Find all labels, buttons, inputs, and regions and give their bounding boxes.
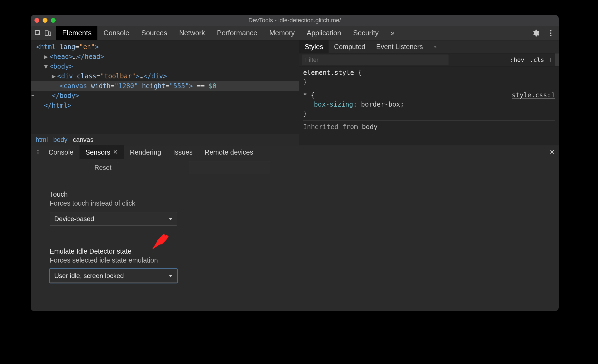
drawer-tab-sensors[interactable]: Sensors✕ xyxy=(79,145,124,159)
subtabs-overflow-button[interactable]: » xyxy=(430,40,441,53)
rule-header: element.style { xyxy=(303,69,362,76)
touch-select-value: Device-based xyxy=(54,215,94,223)
new-style-rule-button[interactable]: + xyxy=(547,55,555,65)
hov-toggle[interactable]: :hov xyxy=(507,56,527,63)
tab-console[interactable]: Console xyxy=(97,26,135,40)
minimize-window-button[interactable] xyxy=(43,18,47,23)
tab-sources[interactable]: Sources xyxy=(135,26,173,40)
breadcrumb-canvas[interactable]: canvas xyxy=(73,136,93,143)
drawer-more-icon[interactable] xyxy=(33,145,43,159)
reset-button[interactable]: Reset xyxy=(88,162,118,173)
rule-header: * { xyxy=(303,91,315,99)
tab-elements[interactable]: Elements xyxy=(56,26,97,40)
idle-select-value: User idle, screen locked xyxy=(54,272,124,280)
inspect-tools xyxy=(34,26,56,40)
cls-toggle[interactable]: .cls xyxy=(527,56,547,63)
rule-source-link[interactable]: style.css:1 xyxy=(512,91,555,100)
tab-network[interactable]: Network xyxy=(173,26,211,40)
tab-application[interactable]: Application xyxy=(301,26,347,40)
inspect-element-icon[interactable] xyxy=(34,30,42,37)
drawer-close-button[interactable]: ✕ xyxy=(546,145,559,159)
gutter-ellipsis-icon: ⋯ xyxy=(31,91,35,101)
svg-point-8 xyxy=(37,154,39,155)
dom-line[interactable]: ▼<body> xyxy=(31,62,299,71)
styles-panel: StylesComputedEvent Listeners» :hov .cls… xyxy=(299,40,559,145)
dom-line[interactable]: </body> xyxy=(31,91,299,101)
more-menu-icon[interactable] xyxy=(547,29,555,37)
styles-filterbar: :hov .cls + xyxy=(299,53,559,66)
main-tabstrip: ElementsConsoleSourcesNetworkPerformance… xyxy=(31,26,559,40)
drawer-tab-label: Console xyxy=(49,148,74,156)
drawer-tab-label: Rendering xyxy=(130,148,161,156)
dom-line[interactable]: ▶<div class="toolbar">…</div> xyxy=(31,71,299,81)
sensors-panel: Reset Touch Forces touch instead of clic… xyxy=(31,159,559,311)
dom-tree[interactable]: ⋯ <html lang="en"> ▶<head>…</head> ▼<bod… xyxy=(31,40,299,134)
svg-point-3 xyxy=(550,30,552,31)
titlebar: DevTools - idle-detection.glitch.me/ xyxy=(31,15,559,26)
breadcrumb-html[interactable]: html xyxy=(36,136,48,143)
dom-breadcrumb: htmlbodycanvas xyxy=(31,134,299,145)
idle-subtitle: Forces selected idle state emulation xyxy=(50,256,551,264)
elements-panel: ⋯ <html lang="en"> ▶<head>…</head> ▼<bod… xyxy=(31,40,299,145)
chevron-down-icon xyxy=(169,218,173,220)
css-prop: box-sizing xyxy=(314,101,353,108)
subtab-computed[interactable]: Computed xyxy=(329,40,371,53)
css-val: border-box xyxy=(361,101,400,108)
tab-memory[interactable]: Memory xyxy=(263,26,301,40)
styles-rules[interactable]: element.style { } style.css:1 * { box-si… xyxy=(299,66,559,131)
brace-close: } xyxy=(303,110,307,117)
styles-subtabs: StylesComputedEvent Listeners» xyxy=(299,40,559,53)
chevron-down-icon xyxy=(169,275,173,277)
svg-point-6 xyxy=(37,150,39,151)
window-title: DevTools - idle-detection.glitch.me/ xyxy=(31,17,559,24)
drawer-tab-rendering[interactable]: Rendering xyxy=(124,145,167,159)
drawer-tab-label: Sensors xyxy=(85,148,110,156)
styles-filter-input[interactable] xyxy=(302,55,448,65)
devtools-window: DevTools - idle-detection.glitch.me/ Ele… xyxy=(31,15,559,311)
settings-gear-icon[interactable] xyxy=(532,29,540,37)
chevron-more-icon: » xyxy=(390,29,394,37)
tabs-overflow-button[interactable]: » xyxy=(384,26,400,40)
idle-title: Emulate Idle Detector state xyxy=(50,247,551,255)
drawer-tab-label: Issues xyxy=(173,148,193,156)
dom-line[interactable]: <html lang="en"> xyxy=(31,42,299,52)
touch-subtitle: Forces touch instead of click xyxy=(50,199,551,207)
idle-select[interactable]: User idle, screen locked xyxy=(50,269,177,283)
svg-rect-1 xyxy=(45,31,48,35)
zoom-window-button[interactable] xyxy=(51,18,56,23)
tab-security[interactable]: Security xyxy=(347,26,385,40)
tab-performance[interactable]: Performance xyxy=(211,26,263,40)
dom-line[interactable]: ▶<head>…</head> xyxy=(31,52,299,62)
panels: ⋯ <html lang="en"> ▶<head>…</head> ▼<bod… xyxy=(31,40,559,145)
drawer-tabstrip: ConsoleSensors✕RenderingIssuesRemote dev… xyxy=(31,145,559,159)
drawer-tab-remote-devices[interactable]: Remote devices xyxy=(199,145,259,159)
touch-title: Touch xyxy=(50,190,551,198)
drawer-tab-issues[interactable]: Issues xyxy=(167,145,199,159)
drawer: ConsoleSensors✕RenderingIssuesRemote dev… xyxy=(31,145,559,311)
subtab-styles[interactable]: Styles xyxy=(299,40,329,53)
scroll-corner xyxy=(555,53,559,66)
close-window-button[interactable] xyxy=(34,18,39,23)
svg-point-7 xyxy=(37,152,39,153)
subtab-event-listeners[interactable]: Event Listeners xyxy=(371,40,428,53)
close-icon[interactable]: ✕ xyxy=(113,149,118,156)
touch-select[interactable]: Device-based xyxy=(50,212,177,226)
dom-line[interactable]: <canvas width="1280" height="555"> == $0 xyxy=(31,81,299,91)
svg-point-4 xyxy=(550,32,552,34)
device-toolbar-icon[interactable] xyxy=(44,30,51,37)
svg-rect-2 xyxy=(49,32,51,35)
drawer-tab-console[interactable]: Console xyxy=(43,145,79,159)
drawer-tab-label: Remote devices xyxy=(205,148,253,156)
window-controls xyxy=(34,18,56,23)
brace-close: } xyxy=(303,78,307,86)
disabled-field xyxy=(189,161,270,174)
dom-line[interactable]: </html> xyxy=(31,101,299,110)
svg-point-5 xyxy=(550,35,552,36)
breadcrumb-body[interactable]: body xyxy=(53,136,67,143)
inherited-label: Inherited from body xyxy=(303,123,378,130)
